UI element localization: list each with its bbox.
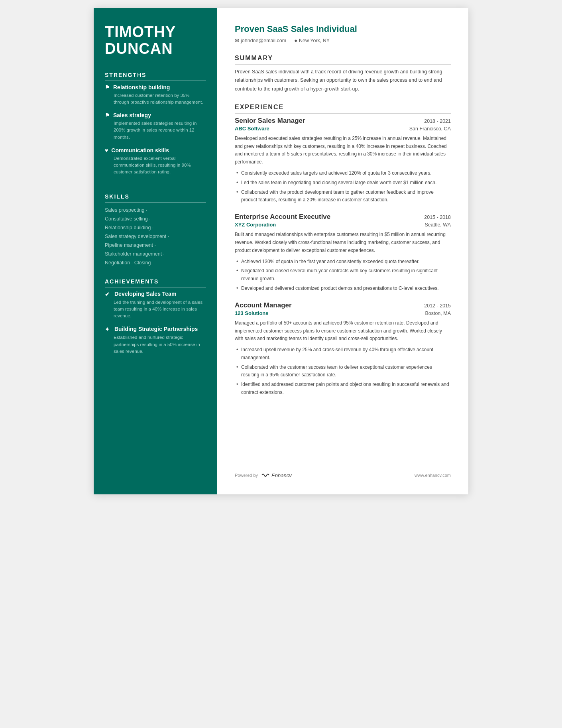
achievement-title-2: Building Strategic Partnerships [114,326,198,332]
main-header: Proven SaaS Sales Individual ✉ johndoe@e… [235,24,451,43]
job-header-2: Enterprise Account Executive 2015 - 2018 [235,213,451,221]
achievements-section: ACHIEVEMENTS ✔ Developing Sales Team Led… [105,278,206,362]
company-name-1: ABC Software [235,126,269,132]
skill-7: Negotiation · Closing [105,258,206,267]
flag-icon-2: ⚑ [105,112,110,118]
company-name-3: 123 Solutions [235,310,269,316]
email-icon: ✉ [235,37,239,43]
first-name: TIMOTHY [105,24,176,40]
skills-title: SKILLS [105,193,206,203]
job-dates-3: 2012 - 2015 [424,303,451,309]
company-name-2: XYZ Corporation [235,222,276,228]
resume-container: TIMOTHY DUNCAN STRENGTHS ⚑ Relationship … [94,8,468,494]
job-location-1: San Francisco, CA [409,126,451,132]
strength-item-2: ⚑ Sales strategy Implemented sales strat… [105,112,206,141]
job-entry-3: Account Manager 2012 - 2015 123 Solution… [235,301,451,397]
skills-section: SKILLS Sales prospecting · Consultative … [105,193,206,267]
job-entry-1: Senior Sales Manager 2018 - 2021 ABC Sof… [235,117,451,204]
job-bullets-2: Achieved 130% of quota in the first year… [235,258,451,293]
enhancv-logo-icon [261,472,270,478]
achievement-header-1: ✔ Developing Sales Team [105,291,206,297]
location-text: New York, NY [299,38,330,43]
job-location-2: Seattle, WA [424,222,451,228]
bullet-3-3: Identified and addressed customer pain p… [235,381,451,397]
achievement-item-1: ✔ Developing Sales Team Led the training… [105,291,206,320]
last-name: DUNCAN [105,40,173,57]
summary-section: SUMMARY Proven SaaS sales individual wit… [235,55,451,93]
checkmark-icon: ✔ [105,291,111,297]
experience-section: EXPERIENCE Senior Sales Manager 2018 - 2… [235,104,451,405]
brand-logo: Enhancv [261,472,292,478]
email-contact: ✉ johndoe@email.com [235,37,286,43]
achievement-desc-1: Led the training and development of a sa… [105,299,206,320]
email-text: johndoe@email.com [241,38,286,43]
bullet-2-2: Negotiated and closed several multi-year… [235,267,451,283]
bullet-1-2: Led the sales team in negotiating and cl… [235,179,451,187]
strengths-section: STRENGTHS ⚑ Relationship building Increa… [105,72,206,182]
job-title-1: Senior Sales Manager [235,117,305,125]
bullet-1-3: Collaborated with the product developmen… [235,189,451,205]
strength-item-3: ♥ Communication skills Demonstrated exce… [105,147,206,176]
skill-2: Consultative selling · [105,214,206,223]
strengths-title: STRENGTHS [105,72,206,81]
experience-title: EXPERIENCE [235,104,451,114]
candidate-name: TIMOTHY DUNCAN [105,24,206,57]
achievement-title-1: Developing Sales Team [114,291,176,297]
header-title: Proven SaaS Sales Individual [235,24,451,34]
strength-item-1: ⚑ Relationship building Increased custom… [105,84,206,106]
brand-name: Enhancv [271,472,292,478]
job-header-1: Senior Sales Manager 2018 - 2021 [235,117,451,125]
flag-icon-1: ⚑ [105,84,110,91]
strength-header-2: ⚑ Sales strategy [105,112,206,118]
skill-6: Stakeholder management · [105,250,206,258]
achievements-title: ACHIEVEMENTS [105,278,206,287]
job-desc-1: Developed and executed sales strategies … [235,135,451,166]
summary-text: Proven SaaS sales individual with a trac… [235,68,451,93]
job-title-2: Enterprise Account Executive [235,213,330,221]
powered-by-label: Powered by [235,473,258,478]
strength-header-1: ⚑ Relationship building [105,84,206,91]
location-contact: ● New York, NY [294,37,330,43]
job-sub-header-1: ABC Software San Francisco, CA [235,126,451,132]
job-sub-header-3: 123 Solutions Boston, MA [235,310,451,316]
summary-title: SUMMARY [235,55,451,65]
contact-line: ✉ johndoe@email.com ● New York, NY [235,37,451,43]
job-bullets-1: Consistently exceeded sales targets and … [235,169,451,204]
sidebar: TIMOTHY DUNCAN STRENGTHS ⚑ Relationship … [94,8,217,494]
bullet-2-3: Developed and delivered customized produ… [235,285,451,293]
job-header-3: Account Manager 2012 - 2015 [235,301,451,309]
skill-4: Sales strategy development · [105,232,206,241]
skill-1: Sales prospecting · [105,206,206,214]
job-location-3: Boston, MA [425,311,451,316]
bullet-3-2: Collaborated with the customer success t… [235,364,451,380]
footer-left: Powered by Enhancv [235,472,292,478]
strength-desc-3: Demonstrated excellent verbal communicat… [105,155,206,176]
main-content: Proven SaaS Sales Individual ✉ johndoe@e… [217,8,468,494]
job-dates-2: 2015 - 2018 [424,214,451,220]
strength-header-3: ♥ Communication skills [105,147,206,153]
strength-title-3: Communication skills [111,147,169,153]
strength-title-2: Sales strategy [113,112,151,118]
strength-title-1: Relationship building [113,84,170,91]
job-dates-1: 2018 - 2021 [424,118,451,124]
skill-5: Pipeline management · [105,241,206,250]
strength-desc-2: Implemented sales strategies resulting i… [105,120,206,141]
partnership-icon: ✦ [105,326,111,333]
achievement-desc-2: Established and nurtured strategic partn… [105,334,206,355]
job-sub-header-2: XYZ Corporation Seattle, WA [235,222,451,228]
job-entry-2: Enterprise Account Executive 2015 - 2018… [235,213,451,293]
achievement-header-2: ✦ Building Strategic Partnerships [105,326,206,333]
page-footer: Powered by Enhancv www.enhancv.com [235,464,451,478]
job-bullets-3: Increased upsell revenue by 25% and cros… [235,346,451,397]
strength-desc-1: Increased customer retention by 35% thro… [105,92,206,106]
job-desc-3: Managed a portfolio of 50+ accounts and … [235,319,451,343]
location-icon: ● [294,37,297,43]
heart-icon: ♥ [105,147,108,153]
achievement-item-2: ✦ Building Strategic Partnerships Establ… [105,326,206,355]
job-title-3: Account Manager [235,301,292,309]
bullet-2-1: Achieved 130% of quota in the first year… [235,258,451,266]
bullet-3-1: Increased upsell revenue by 25% and cros… [235,346,451,362]
skill-3: Relationship building · [105,223,206,232]
bullet-1-1: Consistently exceeded sales targets and … [235,169,451,177]
job-desc-2: Built and managed relationships with ent… [235,231,451,254]
